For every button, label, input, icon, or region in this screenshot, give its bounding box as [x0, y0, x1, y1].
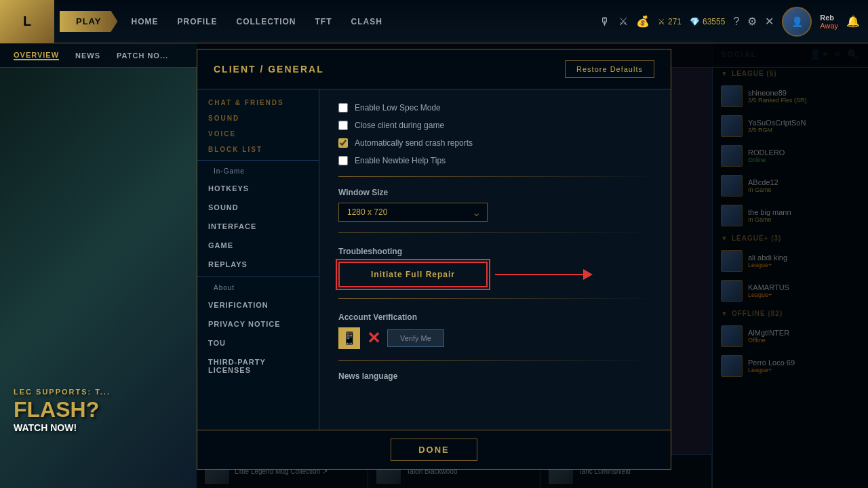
verify-me-button[interactable]: Verify Me: [387, 329, 444, 347]
nav-home[interactable]: HOME: [131, 17, 158, 26]
newbie-tips-label: Enable Newbie Help Tips: [355, 156, 446, 165]
logo[interactable]: L: [0, 0, 54, 43]
initiate-full-repair-button[interactable]: Initiate Full Repair: [338, 262, 488, 287]
account-verification-section: Account Verification 📱 ✕ Verify Me: [338, 312, 652, 349]
arrowhead-icon: [583, 269, 593, 280]
restore-defaults-button[interactable]: Restore Defaults: [565, 60, 654, 78]
settings-sidebar: CHAT & FRIENDS SOUND VOICE BLOCK LIST In…: [197, 89, 319, 469]
section-divider-3: [338, 298, 652, 299]
modal-breadcrumb: CLIENT / GENERAL: [214, 64, 324, 75]
nav-tft[interactable]: TFT: [315, 17, 332, 26]
sidebar-divider: [197, 160, 319, 161]
nav-clash[interactable]: CLASH: [351, 17, 382, 26]
settings-modal: CLIENT / GENERAL Restore Defaults CHAT &…: [197, 49, 671, 470]
red-arrow: [495, 269, 593, 280]
nav-right-area: 🎙 ⚔ 💰 ⚔ 271 💎 63555 ? ⚙ ✕ 👤 Reb Away 🔔: [599, 7, 868, 37]
checkbox-row-close-client: Close client during game: [338, 121, 652, 130]
modal-footer: DONE: [197, 430, 671, 469]
news-language-label: News language: [338, 371, 652, 381]
nav-collection[interactable]: COLLECTION: [237, 17, 296, 26]
mic-icon[interactable]: 🎙: [599, 16, 610, 28]
sidebar-item-sound-client[interactable]: SOUND: [197, 110, 319, 126]
sidebar-item-privacy[interactable]: PRIVACY NOTICE: [197, 314, 319, 333]
sidebar-item-chat-friends[interactable]: CHAT & FRIENDS: [197, 95, 319, 110]
sidebar-group-about: About: [197, 280, 319, 296]
sidebar-item-verification[interactable]: VERIFICATION: [197, 296, 319, 314]
troubleshooting-section: Troubleshooting Initiate Full Repair: [338, 247, 652, 287]
modal-body: CHAT & FRIENDS SOUND VOICE BLOCK LIST In…: [197, 89, 671, 469]
settings-icon[interactable]: ⚙: [747, 15, 757, 28]
sidebar-divider-2: [197, 277, 319, 277]
initiate-btn-container: Initiate Full Repair: [338, 262, 488, 287]
verify-row: 📱 ✕ Verify Me: [338, 327, 652, 349]
window-size-label: Window Size: [338, 188, 652, 197]
done-button[interactable]: DONE: [391, 439, 477, 461]
subnav-patch[interactable]: PATCH NO...: [117, 52, 168, 60]
newbie-tips-checkbox[interactable]: [338, 156, 348, 165]
modal-header: CLIENT / GENERAL Restore Defaults: [197, 49, 671, 89]
checkbox-row-crash-reports: Automatically send crash reports: [338, 138, 652, 148]
close-client-label: Close client during game: [355, 121, 444, 130]
checkbox-row-newbie-tips: Enable Newbie Help Tips: [338, 156, 652, 165]
news-flash-text: LEC SUPPORTS: T... FLASH? WATCH NOW!: [14, 388, 111, 434]
user-info: Reb Away: [820, 14, 838, 30]
bell-icon[interactable]: 🔔: [846, 15, 860, 28]
sidebar-group-ingame: In-Game: [197, 163, 319, 179]
avatar[interactable]: 👤: [782, 7, 812, 37]
subnav-overview[interactable]: OVERVIEW: [14, 51, 59, 60]
sidebar-item-game[interactable]: GAME: [197, 236, 319, 255]
settings-content: Enable Low Spec Mode Close client during…: [319, 89, 671, 469]
window-size-select[interactable]: 868 x 488 1600 x 900 1920 x 1080: [338, 203, 488, 222]
low-spec-label: Enable Low Spec Mode: [355, 103, 441, 113]
nav-profile[interactable]: PROFILE: [177, 17, 217, 26]
section-divider-4: [338, 360, 652, 361]
question-icon[interactable]: ?: [733, 16, 739, 28]
crash-reports-label: Automatically send crash reports: [355, 138, 473, 148]
subnav-news[interactable]: NEWS: [75, 52, 100, 60]
low-spec-checkbox[interactable]: [338, 103, 348, 113]
rp-currency: ⚔ 271: [658, 17, 682, 26]
account-verification-label: Account Verification: [338, 312, 652, 322]
phone-icon: 📱: [338, 327, 360, 349]
section-divider-2: [338, 232, 652, 233]
background-character: LEC SUPPORTS: T... FLASH? WATCH NOW!: [0, 43, 197, 488]
close-client-checkbox[interactable]: [338, 121, 348, 130]
window-size-dropdown-wrapper: 868 x 488 1600 x 900 1920 x 1080 ⌄: [338, 203, 488, 222]
sidebar-item-third-party[interactable]: THIRD-PARTY LICENSES: [197, 352, 319, 380]
top-navigation: L PLAY HOME PROFILE COLLECTION TFT CLASH…: [0, 0, 868, 43]
play-button[interactable]: PLAY: [60, 11, 117, 32]
sidebar-item-blocklist[interactable]: BLOCK LIST: [197, 142, 319, 157]
close-icon[interactable]: ✕: [765, 15, 774, 28]
verify-x-icon: ✕: [367, 329, 380, 348]
sidebar-item-sound-ingame[interactable]: SOUND: [197, 198, 319, 217]
checkbox-row-low-spec: Enable Low Spec Mode: [338, 103, 652, 113]
be-currency: 💎 63555: [690, 17, 725, 26]
arrow-line: [495, 274, 583, 275]
shop-icon[interactable]: 💰: [636, 15, 650, 28]
sidebar-item-tou[interactable]: TOU: [197, 333, 319, 352]
sidebar-item-interface[interactable]: INTERFACE: [197, 217, 319, 236]
settings-overlay: CLIENT / GENERAL Restore Defaults CHAT &…: [197, 43, 868, 488]
main-nav: HOME PROFILE COLLECTION TFT CLASH: [131, 17, 382, 26]
swords-icon[interactable]: ⚔: [618, 15, 628, 28]
troubleshooting-label: Troubleshooting: [338, 247, 652, 256]
sidebar-item-voice[interactable]: VOICE: [197, 126, 319, 142]
sidebar-item-replays[interactable]: REPLAYS: [197, 255, 319, 274]
sidebar-item-hotkeys[interactable]: HOTKEYS: [197, 179, 319, 198]
crash-reports-checkbox[interactable]: [338, 138, 348, 148]
section-divider-1: [338, 176, 652, 177]
